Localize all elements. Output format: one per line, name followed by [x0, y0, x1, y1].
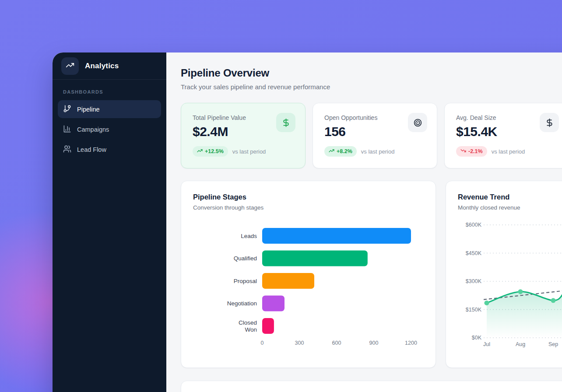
- delta-badge: +8.2%: [324, 146, 357, 157]
- delta-badge: +12.5%: [193, 146, 228, 157]
- delta-value: -2.1%: [468, 148, 483, 154]
- chart-title: Pipeline Stages: [193, 193, 424, 201]
- svg-text:$150K: $150K: [466, 307, 482, 313]
- dollar-icon: [540, 113, 559, 132]
- svg-text:$450K: $450K: [466, 250, 482, 256]
- trending-up-icon: [197, 148, 203, 155]
- trending-up-icon: [66, 61, 74, 71]
- sidebar-item-label: Lead Flow: [77, 146, 106, 153]
- sidebar: Analytics DASHBOARDS Pipeline Campaigns: [53, 52, 166, 392]
- svg-text:Sep: Sep: [548, 341, 558, 347]
- analytics-logo: [61, 57, 79, 75]
- charts-row: Pipeline Stages Conversion through stage…: [181, 181, 562, 368]
- dollar-icon: [276, 113, 295, 132]
- git-branch-icon: [63, 105, 71, 114]
- sidebar-header: Analytics: [53, 52, 166, 79]
- svg-text:Qualified: Qualified: [234, 255, 257, 262]
- svg-text:ClosedWon: ClosedWon: [239, 319, 257, 333]
- kpi-compare-note: vs last period: [361, 148, 395, 155]
- delta-value: +8.2%: [337, 148, 352, 154]
- svg-text:Leads: Leads: [241, 233, 257, 239]
- bar-chart-icon: [63, 125, 71, 134]
- svg-text:600: 600: [332, 340, 341, 346]
- sidebar-section-label: DASHBOARDS: [63, 89, 156, 94]
- svg-text:$0K: $0K: [472, 335, 482, 341]
- trending-down-icon: [460, 148, 466, 155]
- sidebar-item-label: Pipeline: [77, 106, 100, 113]
- bottom-card-partial: [181, 381, 562, 392]
- kpi-card-total-pipeline-value: Total Pipeline Value $2.4M +12.5% vs las…: [181, 103, 306, 168]
- kpi-card-avg-deal-size: Avg. Deal Size $15.4K -2.1% vs last peri…: [444, 103, 562, 168]
- sidebar-item-campaigns[interactable]: Campaigns: [58, 120, 161, 138]
- sidebar-item-lead-flow[interactable]: Lead Flow: [58, 140, 161, 158]
- users-icon: [63, 145, 71, 154]
- delta-badge: -2.1%: [456, 146, 487, 157]
- svg-text:1200: 1200: [405, 340, 417, 346]
- main-content: Pipeline Overview Track your sales pipel…: [166, 52, 562, 392]
- pipeline-stages-chart: LeadsQualifiedProposalNegotiationClosedW…: [193, 224, 421, 352]
- svg-text:Negotiation: Negotiation: [227, 300, 257, 307]
- trending-up-icon: [329, 148, 334, 155]
- svg-text:Proposal: Proposal: [234, 278, 257, 284]
- svg-text:Jul: Jul: [483, 341, 490, 347]
- kpi-row: Total Pipeline Value $2.4M +12.5% vs las…: [181, 103, 562, 168]
- revenue-trend-card: Revenue Trend Monthly closed revenue $60…: [446, 181, 562, 368]
- revenue-trend-chart: $600K$450K$300K$150K$0KJulAugSep: [458, 218, 562, 349]
- page-background: Analytics DASHBOARDS Pipeline Campaigns: [0, 0, 562, 392]
- pipeline-stages-card: Pipeline Stages Conversion through stage…: [181, 181, 436, 368]
- svg-text:$600K: $600K: [466, 222, 482, 228]
- svg-text:Aug: Aug: [516, 341, 525, 347]
- chart-title: Revenue Trend: [458, 193, 562, 201]
- svg-text:0: 0: [261, 340, 264, 346]
- chart-subtitle: Monthly closed revenue: [458, 204, 562, 211]
- svg-text:300: 300: [295, 340, 304, 346]
- app-window: Analytics DASHBOARDS Pipeline Campaigns: [53, 52, 562, 392]
- chart-subtitle: Conversion through stages: [193, 204, 424, 211]
- target-icon: [408, 113, 427, 132]
- svg-text:$300K: $300K: [466, 278, 482, 284]
- sidebar-nav: Pipeline Campaigns Lead Flow: [53, 100, 166, 161]
- kpi-compare-note: vs last period: [492, 148, 525, 155]
- sidebar-item-pipeline[interactable]: Pipeline: [58, 100, 161, 118]
- app-name: Analytics: [85, 62, 119, 70]
- delta-value: +12.5%: [205, 148, 224, 154]
- sidebar-item-label: Campaigns: [77, 126, 109, 133]
- svg-text:900: 900: [369, 340, 379, 346]
- page-subtitle: Track your sales pipeline and revenue pe…: [181, 83, 562, 91]
- sidebar-divider: [53, 79, 166, 80]
- kpi-compare-note: vs last period: [232, 148, 266, 155]
- kpi-card-open-opportunities: Open Opportunities 156 +8.2% vs last per…: [313, 103, 437, 168]
- page-title: Pipeline Overview: [181, 67, 562, 79]
